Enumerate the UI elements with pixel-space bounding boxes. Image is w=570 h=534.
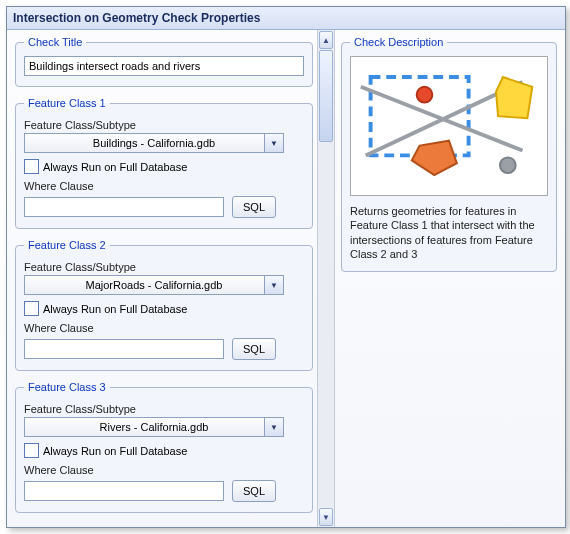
fc2-subtype-label: Feature Class/Subtype [24, 261, 304, 273]
fc2-combo[interactable]: MajorRoads - California.gdb ▼ [24, 275, 284, 295]
feature-class-3-legend: Feature Class 3 [24, 381, 110, 393]
fc2-where-label: Where Clause [24, 322, 304, 334]
window-title: Intersection on Geometry Check Propertie… [13, 11, 260, 25]
dropdown-arrow-icon: ▼ [264, 134, 283, 152]
feature-class-1-legend: Feature Class 1 [24, 97, 110, 109]
fc3-where-label: Where Clause [24, 464, 304, 476]
dropdown-arrow-icon: ▼ [264, 276, 283, 294]
fc2-where-input[interactable] [24, 339, 224, 359]
fc1-subtype-label: Feature Class/Subtype [24, 119, 304, 131]
check-description-group: Check Description [341, 36, 557, 272]
scroll-up-icon[interactable]: ▲ [319, 31, 333, 49]
feature-class-2-group: Feature Class 2 Feature Class/Subtype Ma… [15, 239, 313, 371]
fc1-where-label: Where Clause [24, 180, 304, 192]
description-legend: Check Description [350, 36, 447, 48]
right-pane: Check Description [335, 30, 565, 527]
fc3-always-run-checkbox[interactable] [24, 443, 39, 458]
titlebar: Intersection on Geometry Check Propertie… [7, 7, 565, 30]
svg-marker-4 [496, 77, 532, 118]
scroll-down-icon[interactable]: ▼ [319, 508, 333, 526]
fc1-combo[interactable]: Buildings - California.gdb ▼ [24, 133, 284, 153]
description-text: Returns geometries for features in Featu… [350, 204, 548, 261]
feature-class-3-group: Feature Class 3 Feature Class/Subtype Ri… [15, 381, 313, 513]
svg-point-6 [500, 157, 516, 173]
fc2-always-run-checkbox[interactable] [24, 301, 39, 316]
fc3-always-run-label: Always Run on Full Database [43, 445, 187, 457]
vertical-scrollbar[interactable]: ▲ ▼ [317, 30, 335, 527]
feature-class-1-group: Feature Class 1 Feature Class/Subtype Bu… [15, 97, 313, 229]
fc2-sql-button[interactable]: SQL [232, 338, 276, 360]
check-title-group: Check Title [15, 36, 313, 87]
fc2-combo-value: MajorRoads - California.gdb [86, 279, 223, 291]
fc3-subtype-label: Feature Class/Subtype [24, 403, 304, 415]
fc1-where-input[interactable] [24, 197, 224, 217]
fc1-combo-value: Buildings - California.gdb [93, 137, 215, 149]
fc1-always-run-checkbox[interactable] [24, 159, 39, 174]
fc3-sql-button[interactable]: SQL [232, 480, 276, 502]
scroll-thumb[interactable] [319, 50, 333, 142]
svg-point-3 [417, 87, 433, 103]
check-title-legend: Check Title [24, 36, 86, 48]
dialog-window: Intersection on Geometry Check Propertie… [6, 6, 566, 528]
scroll-track[interactable] [318, 50, 334, 507]
fc3-combo-value: Rivers - California.gdb [100, 421, 209, 433]
fc2-always-run-label: Always Run on Full Database [43, 303, 187, 315]
svg-marker-5 [412, 141, 457, 175]
fc3-combo[interactable]: Rivers - California.gdb ▼ [24, 417, 284, 437]
left-pane: Check Title Feature Class 1 Feature Clas… [7, 30, 317, 527]
fc1-sql-button[interactable]: SQL [232, 196, 276, 218]
feature-class-2-legend: Feature Class 2 [24, 239, 110, 251]
description-diagram [350, 56, 548, 196]
dropdown-arrow-icon: ▼ [264, 418, 283, 436]
dialog-content: Check Title Feature Class 1 Feature Clas… [7, 30, 565, 527]
fc3-where-input[interactable] [24, 481, 224, 501]
fc1-always-run-label: Always Run on Full Database [43, 161, 187, 173]
check-title-input[interactable] [24, 56, 304, 76]
